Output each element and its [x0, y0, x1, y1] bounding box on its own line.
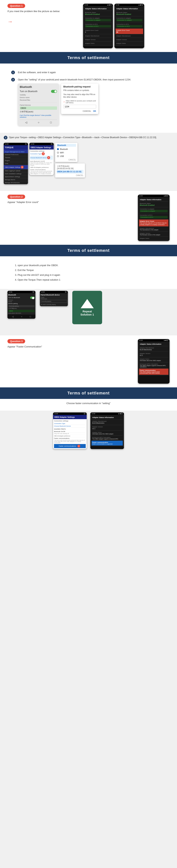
conn-type-item[interactable]: Connection Type 5	[30, 152, 53, 156]
pin-actions: CANCEL OK	[64, 110, 96, 112]
conn-cancel[interactable]: CANCEL	[57, 158, 76, 161]
torque-units[interactable]: Units	[4, 162, 28, 165]
bt-device1[interactable]: OBD0	[20, 106, 57, 110]
bottom-auto-bt-desc: Only if BT was already off	[54, 433, 86, 435]
step1-row: 1 Exit the software, and enter it again	[7, 70, 170, 74]
q3-adapter-title: Adapter Status Information	[139, 342, 169, 346]
step2-num: 2	[11, 78, 15, 82]
terms-banner-3: Terms of settlement	[0, 388, 177, 399]
q3-mpg: Enhanced MPG Calculation This OBD2 adapt…	[139, 362, 169, 369]
q3-left: Question 3 Appear "Faster Communication"	[7, 339, 134, 349]
nav-recent-icon[interactable]: □	[50, 121, 52, 124]
bt-device2[interactable]: 小米手机(auto)	[20, 110, 57, 114]
device-popup: 小米手机(auto) [34:80:B3:04:5E:58] OBDII [AA…	[55, 163, 85, 178]
torque-manage-npro[interactable]: Manage nPro/Sensors	[4, 181, 28, 184]
torque-title: TORQUE	[5, 146, 14, 149]
status-bar-1: 12:00▲◀ ⬛	[83, 4, 113, 6]
q3-faster-comm: Faster communication This OBD2 adapter s…	[139, 369, 169, 375]
ok-button[interactable]: OK	[93, 110, 96, 112]
cancel-button[interactable]: CANCEL	[83, 110, 91, 112]
repeat-phone: 12:00⬛ Bluetooth Turn on Bluetooth Senso…	[7, 291, 35, 319]
phone-normal: 12:00▲◀ ⬛ Adapter Status Information Blu…	[83, 4, 113, 48]
device-cancel[interactable]: CANCEL	[57, 174, 83, 177]
conn-usb[interactable]: USB	[57, 155, 76, 158]
q2-left: Question 2 Appear "Adapter Error count"	[7, 195, 134, 204]
notes-1: Adapter Notes	[84, 41, 112, 45]
choose-bt-item[interactable]: Choose Bluetooth device 6	[30, 156, 53, 160]
auto-bt-label: Auto Bluetooth On/Off	[30, 160, 53, 162]
torque-dash[interactable]: Dash Installation settings	[4, 172, 28, 175]
device1[interactable]: 小米手机(auto) [34:80:B3:04:5E:58]	[57, 164, 83, 170]
popups-col: Bluetooth Bluetooth WIFI USB CANCEL 小米手机…	[55, 143, 85, 178]
q2-text: Appear "Adapter Error count"	[7, 200, 134, 204]
torque-data-log[interactable]: Data Logging & Upload	[4, 169, 28, 172]
torque-plugins[interactable]: Plugins	[4, 159, 28, 162]
q2-err-count: Adapter Error Count This should stay at …	[139, 219, 169, 226]
step1-section: 1 Exit the software, and enter it again …	[0, 63, 177, 133]
conn-bt-label: Bluetooth	[60, 148, 68, 150]
torque-speech[interactable]: Speech/Alarm Settings	[4, 175, 28, 178]
bottom-auto-bt: Bluetooth On/Off	[54, 430, 86, 433]
conn-wifi[interactable]: WIFI	[57, 151, 76, 155]
bottom-adapter-title: Adapter Status Information	[92, 415, 123, 420]
torque-manage-alarms[interactable]: Manage Alarms	[4, 178, 28, 181]
adapter-title-1: Adapter Status Information	[84, 7, 112, 11]
q3-text: Appear "Faster Communication"	[7, 345, 134, 349]
settlement2-item1: 1. open your bluetooth,unpair the OBDII.	[15, 263, 162, 268]
settlement2-item3: 3. Plug out the elm327 and plug in it ag…	[15, 273, 162, 277]
phone-error: 12:00▲◀ ⬛ Adapter Status Information Blu…	[115, 4, 144, 48]
repeat-available-label: AVAILABLE DEVICES	[8, 313, 35, 314]
bottom-choose-bt[interactable]: Choose Bluetooth Device	[54, 425, 86, 428]
q2-conn-adapter: Connection to adapter Connection to adap…	[139, 207, 169, 213]
bt-toggle-label: Turn on Bluetooth	[20, 90, 37, 93]
repeat-nav-recent[interactable]: □	[30, 315, 31, 318]
pin-input-field[interactable]	[64, 105, 96, 108]
torque-themes[interactable]: Themes	[4, 156, 28, 159]
obd2-settings-title: OBD2 Adapter Settings	[30, 147, 51, 149]
bt-paired-label: Paired devices	[20, 104, 57, 106]
bottom-faster-comm: Faster communications	[54, 437, 86, 440]
conn-type-header: Bluetooth	[57, 144, 76, 147]
torque-adapter-settings[interactable]: OBD2 Adapter Settings 4	[4, 165, 28, 169]
step2-row: 2 Open the "setting" of your android,and…	[7, 78, 170, 126]
obd2-phone: 12:00⬛ OBD2 Adapter Settings Connection …	[29, 143, 54, 175]
question3-badge: Question 3	[7, 339, 25, 343]
bluetooth-settings-screen: Bluetooth Turn on Bluetooth Visibility D…	[18, 84, 59, 126]
nav-home-icon[interactable]: ○	[38, 121, 39, 124]
q2-version: Adapter Version The firmware version of …	[139, 231, 169, 237]
bottom-adapter-list: Adapter Status Information Adapter Manuf…	[91, 415, 124, 446]
bt-visibility-label: Visibility	[20, 94, 57, 96]
conn-ecu-1: Connection to ECU Connection to ECU	[84, 23, 112, 29]
err-count-1: Adapter Error Count 0	[84, 29, 112, 34]
nav-back-icon[interactable]: ◁	[25, 121, 27, 124]
bottom-shared-prefs: SHARED PREFS	[54, 428, 86, 430]
radio-usb	[57, 155, 59, 157]
device2[interactable]: OBDII [AA:BB:CC:11:22:33]	[57, 170, 83, 174]
q3-status-bar: 12:00▲◀ ⬛	[138, 339, 170, 342]
step2-content: Open the "setting" of your android,and s…	[18, 78, 166, 126]
bottom-conn-type[interactable]: Connection Type	[54, 422, 86, 425]
pin-title: Bluetooth pairing request	[64, 86, 96, 88]
repeat-status-bar: 12:00⬛	[7, 291, 35, 293]
repeat-section: 12:00⬛ Bluetooth Turn on Bluetooth Senso…	[0, 289, 177, 328]
bottom-obd2-title: OBD2 Adapter Settings	[54, 416, 75, 418]
pin-dialog: Bluetooth pairing request PIN contains l…	[61, 84, 98, 114]
terms-banner-2: Terms of settlement	[0, 245, 177, 256]
auto-bt-desc: Only if BT was already off. If auto off …	[30, 162, 53, 166]
step3-text: Open your Torque---setting---OBD2 Adapte…	[9, 136, 157, 139]
faster-comm-label: Faster communications	[30, 169, 53, 170]
q3-notes: Adapter Notes Information about this OBD…	[139, 357, 169, 362]
conn-bluetooth[interactable]: Bluetooth	[57, 148, 76, 151]
pin-line1: PIN contains letters or symbols.	[64, 89, 96, 92]
bt-status-2: Bluetooth Status Bluetooth Enabled	[116, 11, 143, 16]
torque-general-prefs[interactable]: General Preferences	[4, 153, 28, 156]
bt-cant-find[interactable]: Can't find the target device? View possi…	[20, 114, 57, 118]
conn-ecu-2: Connection to ECU Connection to ECU	[116, 23, 143, 29]
q2-status-bar: 12:00▲◀ ⬛	[138, 195, 170, 197]
version-2: Adapter Version	[116, 38, 143, 41]
bt-toggle[interactable]	[51, 90, 57, 93]
repeat-nav-back[interactable]: ◁	[12, 315, 14, 318]
repeat-nav-home[interactable]: ○	[21, 315, 22, 318]
bottom-mpg: Enhanced MPG Calculation This OBD2 adapt…	[92, 436, 123, 441]
torque-subtitle: Engine Management & OBD2	[5, 151, 24, 153]
